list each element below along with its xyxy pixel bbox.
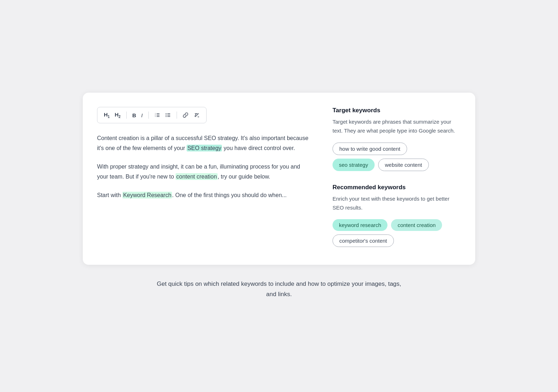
highlight-keyword-research: Keyword Research [122,192,172,198]
heading-group: H1 H2 [102,110,123,120]
recommended-keywords-title: Recommended keywords [333,184,461,191]
editor-panel: H1 H2 B I [97,107,311,200]
highlight-content-creation: content creation [176,173,218,180]
keyword-tag-website-content[interactable]: website content [378,159,429,171]
svg-point-10 [166,115,166,115]
main-card: H1 H2 B I [83,93,475,265]
keyword-tag-seo-strategy[interactable]: seo strategy [333,159,375,171]
svg-text:3: 3 [155,115,156,117]
editor-toolbar: H1 H2 B I [97,107,207,123]
link-icon [183,112,188,118]
keyword-tag-keyword-research[interactable]: keyword research [333,219,387,231]
svg-point-9 [166,113,166,114]
italic-button[interactable]: I [139,111,145,120]
divider-3 [177,112,177,119]
unordered-list-button[interactable] [163,111,173,119]
unordered-list-icon [165,112,171,118]
paragraph-3: Start with Keyword Research. One of the … [97,190,311,200]
list-group: 1 2 3 [152,111,173,119]
h2-button[interactable]: H2 [112,110,122,120]
keyword-tag-content-creation[interactable]: content creation [391,219,442,231]
target-keywords-title: Target keywords [333,107,461,114]
recommended-keywords-row-1: keyword research content creation [333,219,461,231]
highlight-seo-strategy: SEO strategy [187,145,222,151]
svg-point-11 [166,116,166,117]
target-keywords-row-2: seo strategy website content [333,159,461,171]
divider-2 [148,112,149,119]
h1-button[interactable]: H1 [102,110,112,120]
keywords-panel: Target keywords Target keywords are phra… [333,107,461,251]
paragraph-2: With proper strategy and insight, it can… [97,162,311,182]
keyword-tag-competitors-content[interactable]: competitor's content [333,234,394,247]
format-group: B I [130,111,145,120]
editor-content[interactable]: Content creation is a pillar of a succes… [97,133,311,200]
bold-button[interactable]: B [130,111,138,120]
recommended-keywords-row-2: competitor's content [333,234,461,247]
clear-format-button[interactable] [192,111,202,119]
divider-1 [126,112,127,119]
target-keywords-row-1: how to write good content [333,143,461,155]
recommended-keywords-section: Recommended keywords Enrich your text wi… [333,184,461,247]
target-keywords-desc: Target keywords are phrases that summari… [333,118,461,135]
link-button[interactable] [181,111,191,119]
ordered-list-icon: 1 2 3 [154,112,160,118]
keyword-tag-how-to-write[interactable]: how to write good content [333,143,407,155]
clear-format-icon [194,112,200,118]
paragraph-1: Content creation is a pillar of a succes… [97,133,311,153]
ordered-list-button[interactable]: 1 2 3 [152,111,162,119]
bottom-text: Get quick tips on which related keywords… [154,279,404,299]
recommended-keywords-desc: Enrich your text with these keywords to … [333,195,461,212]
target-keywords-section: Target keywords Target keywords are phra… [333,107,461,171]
